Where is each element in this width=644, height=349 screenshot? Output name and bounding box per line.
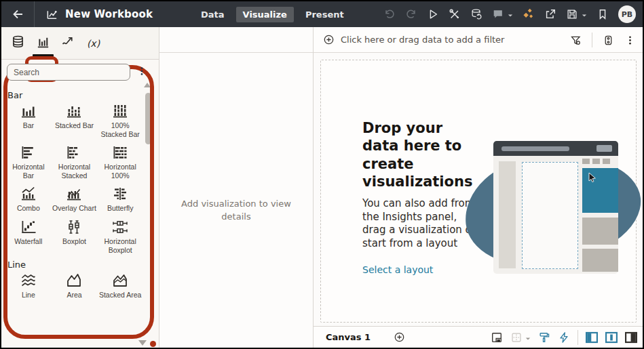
data-pane-tab[interactable]: [5, 29, 31, 58]
illustration-address-bar: [501, 146, 569, 151]
chart-type-horizontal-bar[interactable]: Horizontal Bar: [6, 144, 51, 180]
chart-type-label: Combo: [17, 204, 40, 213]
chart-type-line[interactable]: Line: [6, 272, 51, 300]
viz-chart-icon: [36, 35, 50, 52]
analytics-pane-tab[interactable]: [56, 29, 81, 58]
canvas-settings-icon[interactable]: [603, 35, 614, 46]
bookmark-button[interactable]: [596, 8, 609, 20]
search-input[interactable]: [7, 64, 130, 81]
redo-button[interactable]: [405, 8, 417, 20]
horizontal-100-icon: [111, 144, 129, 161]
add-canvas-icon[interactable]: [394, 331, 405, 343]
chart-type-bar[interactable]: Bar: [6, 103, 51, 138]
section-title-line: Line: [7, 260, 143, 270]
illustration-gray-block: [582, 218, 618, 245]
analytics-icon: [61, 35, 75, 52]
chart-type-label: Area: [67, 291, 81, 300]
chart-type-butterfly[interactable]: Butterfly: [98, 186, 143, 213]
illustration-gray-block: [582, 249, 618, 272]
butterfly-chart-icon: [111, 186, 129, 202]
caret-down-icon: [508, 8, 513, 21]
chart-type-horizontal-stacked[interactable]: Horizontal Stacked: [52, 144, 97, 180]
chart-type-combo[interactable]: Combo: [6, 186, 51, 213]
workbook-icon: [45, 8, 58, 21]
save-icon: [566, 8, 578, 20]
data-sync-icon: [470, 8, 482, 20]
redo-icon: [405, 8, 417, 20]
details-empty-text: Add visualization to view details: [159, 198, 313, 224]
illustration-drop-rect: [522, 162, 578, 269]
add-filter-plus-icon[interactable]: [323, 34, 335, 45]
tab-present[interactable]: Present: [299, 7, 351, 22]
kebab-icon[interactable]: [624, 35, 636, 46]
section-title-bar: Bar: [7, 90, 143, 100]
chart-type-label: Horizontal Stacked: [52, 163, 97, 180]
canvas-tab[interactable]: Canvas 1: [326, 332, 371, 342]
back-button[interactable]: [11, 7, 26, 22]
caret-down-icon: [525, 331, 531, 344]
share-icon: [544, 8, 556, 20]
share-button[interactable]: [544, 8, 556, 20]
illustration-sidebar: [499, 161, 516, 268]
details-panel-header: [159, 27, 313, 53]
layout-right-icon[interactable]: [625, 331, 637, 344]
paint-roller-icon[interactable]: [538, 331, 550, 344]
tools-button[interactable]: [449, 8, 461, 20]
chart-type-label: Line: [22, 291, 35, 300]
bar-chart-icon: [20, 103, 37, 119]
footer-actions: [491, 327, 637, 348]
horizontal-boxplot-icon: [111, 219, 129, 235]
chart-type-area[interactable]: Area: [52, 272, 97, 300]
visualizations-pane-tab[interactable]: [31, 29, 56, 58]
canvas-properties-icon[interactable]: [491, 331, 503, 344]
visualization-type-panel: BarBarStacked Bar100% Stacked BarHorizon…: [1, 60, 159, 348]
chart-type-label: Stacked Bar: [55, 121, 94, 130]
chart-type-stacked-area[interactable]: Stacked Area: [98, 272, 143, 300]
chart-type-label: Butterfly: [107, 204, 134, 213]
lightning-icon[interactable]: [558, 331, 570, 344]
chart-type-overlay-chart[interactable]: Overlay Chart: [52, 186, 97, 213]
chart-type-stacked-bar[interactable]: Stacked Bar: [52, 103, 97, 138]
workbook-title: New Workbook: [65, 8, 153, 20]
calculations-pane-tab[interactable]: (x): [81, 29, 106, 58]
canvas-area: Drop your data here to create visualizat…: [314, 53, 643, 326]
top-bar: New Workbook DataVisualizePresent PB: [1, 1, 643, 27]
chart-type-horizontal-boxplot[interactable]: Horizontal Boxplot: [98, 219, 143, 254]
tab-visualize[interactable]: Visualize: [236, 7, 294, 22]
chart-type-label: Boxplot: [62, 237, 86, 246]
canvas-footer: Canvas 1: [314, 326, 643, 348]
filter-prompt[interactable]: Click here or drag data to add a filter: [341, 35, 504, 45]
line-chart-icon: [20, 272, 37, 289]
comment-button[interactable]: [492, 8, 513, 21]
divider: [577, 330, 578, 345]
chart-type-list: BarBarStacked Bar100% Stacked BarHorizon…: [1, 81, 159, 300]
user-avatar[interactable]: PB: [618, 5, 636, 23]
run-button[interactable]: [427, 8, 439, 20]
cursor-icon: [587, 172, 598, 183]
layout-center-icon[interactable]: [605, 331, 618, 344]
chart-type-100-stacked-bar[interactable]: 100% Stacked Bar: [98, 103, 143, 138]
scroll-down-arrow[interactable]: [138, 340, 147, 346]
chart-type-horizontal-100[interactable]: Horizontal 100%: [98, 144, 143, 180]
grid-layout-icon[interactable]: [510, 331, 531, 344]
filter-bar-actions: [570, 27, 636, 53]
illustration-square: [582, 159, 590, 164]
filter-menu-icon[interactable]: [570, 35, 582, 46]
chart-type-waterfall[interactable]: Waterfall: [6, 219, 51, 254]
select-layout-link[interactable]: Select a layout: [362, 264, 433, 275]
caret-down-icon: [582, 8, 587, 21]
scrollbar-thumb[interactable]: [145, 93, 151, 144]
sparkle-button[interactable]: [523, 8, 535, 20]
data-sync-button[interactable]: [470, 8, 482, 20]
stacked-area-icon: [111, 272, 129, 289]
undo-button[interactable]: [383, 8, 396, 20]
chart-grid-bar: BarStacked Bar100% Stacked BarHorizontal…: [6, 103, 143, 254]
scroll-up-arrow[interactable]: [144, 83, 151, 87]
details-panel: Add visualization to view details: [159, 27, 313, 348]
chart-type-boxplot[interactable]: Boxplot: [52, 219, 97, 254]
tab-data[interactable]: Data: [194, 7, 231, 22]
panel-menu-kebab-icon[interactable]: [136, 66, 147, 79]
layout-left-icon[interactable]: [586, 331, 598, 344]
save-button[interactable]: [566, 8, 587, 21]
empty-canvas-illustration: [453, 129, 643, 291]
